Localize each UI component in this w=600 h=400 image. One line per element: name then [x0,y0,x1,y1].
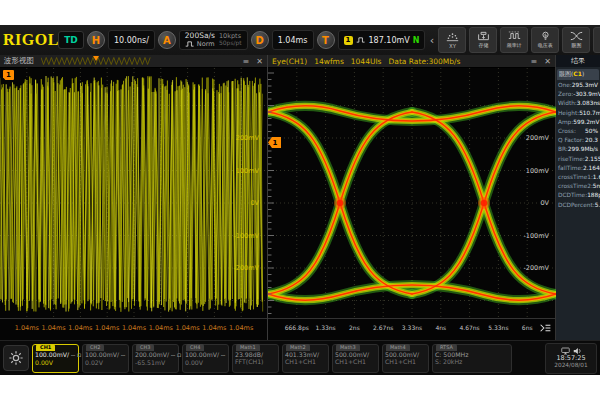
measurement-row: Height:510.7mV [556,109,600,118]
eye-menu-icon[interactable]: ≡ [531,57,538,66]
waveform-view-titlebar: 波形视图 ≡ ✕ [0,55,267,68]
eye-title: Eye(CH1) [272,57,307,66]
trigger-edge-flag: N [413,36,420,45]
horizontal-scale-value[interactable]: 10.00ns/ [108,30,155,50]
measurement-row: Q Factor:20.3 [556,136,600,145]
eye-y-label: -200mV [523,264,549,272]
trigger-source-badge: 1 [344,36,353,45]
measurement-row: BR:299.9Mb/s [556,145,600,154]
menu-button-decode[interactable]: 解码 [593,27,600,53]
channel-status-bar: CH1100.00mV/ ⎓ Ω0.00VCH2100.00mV/ ⎓0.02V… [0,340,600,375]
channel-box-math4[interactable]: Math4500.00mV/ CH1+CH1 [382,344,429,373]
eye-axis-menu-button[interactable] [539,323,552,333]
eye-close-icon[interactable]: ✕ [544,57,551,66]
rigol-logo: RIGOL [3,31,55,49]
waveform-y-label: 200mV [236,134,259,142]
channel-box-math1[interactable]: Math123.98dB/ FFT(CH1) [232,344,279,373]
eye-y-label: -100mV [523,232,549,240]
delay-knob[interactable]: D [251,31,269,49]
eye-x-label: 5.33ns [488,324,508,331]
channel-box-math2[interactable]: Math2401.33mV/ CH1+CH1 [282,344,329,373]
channel-box-ch2[interactable]: CH2100.00mV/ ⎓0.02V [82,344,129,373]
trigger-settings[interactable]: 1 187.10mV N [338,30,426,50]
menu-button-storage[interactable]: 存储 [469,27,497,53]
counter-icon [508,31,521,41]
settings-button[interactable] [3,345,29,371]
acquire-mode: Norm [197,41,215,48]
results-title: 结果 [556,55,600,67]
channel-box-ch3[interactable]: CH3200.00mV/ ⎓ Ω-65.51mV [132,344,179,373]
channel1-marker[interactable]: 1 [3,70,14,80]
channel-box-ch4[interactable]: CH4100.00mV/ ⎓0.00V [182,344,229,373]
eye-waveform-count: 14wfms [314,57,344,66]
system-status-box[interactable]: 18:57:25 2024/08/01 [545,343,597,374]
results-panel: 结果 眼图(C1) One:295.3mVZero:-303.9mVWidth:… [556,55,600,340]
main-area: 波形视图 ≡ ✕ 1 200mV100mV0V-100mV-200mV [0,55,600,340]
measurement-row: fallTime:2.164ns [556,164,600,173]
voltmeter-icon [539,31,552,41]
eye-plot[interactable]: 1 200mV100mV0V-100mV-200mV [268,68,555,318]
channel-box-rtsa[interactable]: RTSAC: 500MHz S: 20kHz [432,344,512,373]
waveform-menu-icon[interactable]: ≡ [243,57,250,66]
acquire-knob[interactable]: A [158,31,176,49]
waveform-y-label: 100mV [236,167,259,175]
waveform-x-axis: 1.04ms1.04ms1.04ms1.04ms1.04ms1.04ms1.04… [0,318,267,340]
waveform-y-label: 0V [250,199,259,207]
channel-box-ch1[interactable]: CH1100.00mV/ ⎓ Ω0.00V [32,344,79,373]
trigger-level-marker[interactable]: 1 [268,137,281,148]
trigger-type-icon [356,36,366,44]
trigger-level-value: 187.10mV [369,36,410,45]
eye-x-label: 4ns [435,324,446,331]
storage-icon [477,31,490,41]
trigger-knob[interactable]: T [317,31,335,49]
trigger-status-badge: TD [58,31,84,49]
eye-diagram-window: Eye(CH1) 14wfms 1044UIs Data Rate:300Mb/… [268,55,556,340]
menu-button-xy[interactable]: XY [438,27,466,53]
xy-icon [446,32,459,42]
eye-x-axis: 666.8ps1.33ns2ns2.67ns3.33ns4ns4.67ns5.3… [268,318,555,340]
eye-ui-count: 1044UIs [351,57,382,66]
waveform-plot[interactable]: 1 200mV100mV0V-100mV-200mV [0,68,267,318]
toolbar-scroll-left[interactable]: ‹ [428,34,435,47]
waveform-x-label: 1.04ms [15,324,39,332]
measurement-row: Zero:-303.9mV [556,90,600,99]
horizontal-knob[interactable]: H [87,31,105,49]
measurement-row: Width:3.083ns [556,99,600,108]
measurement-row: crossTime1:1.66ns [556,173,600,182]
eye-x-label: 1.33ns [315,324,335,331]
measurement-row: One:295.3mV [556,81,600,90]
eye-icon [570,31,583,41]
screenshot-frame: RIGOL TD H 10.00ns/ A 200Sa/s Norm 10kpt… [0,0,600,400]
top-toolbar: RIGOL TD H 10.00ns/ A 200Sa/s Norm 10kpt… [0,25,600,55]
waveform-y-label: -200mV [233,264,259,272]
results-tab-eye-c1[interactable]: 眼图(C1) [557,69,599,80]
waveform-x-label: 1.04ms [149,324,173,332]
eye-y-label: 0V [540,199,549,207]
eye-x-label: 2ns [349,324,360,331]
menu-button-eye[interactable]: 眼图 [562,27,590,53]
eye-x-label: 2.67ns [373,324,393,331]
waveform-x-label: 1.04ms [68,324,92,332]
acquire-settings[interactable]: 200Sa/s Norm 10kpts 50ps/pt [179,30,248,50]
waveform-preview [41,56,151,66]
measurement-list: One:295.3mVZero:-303.9mVWidth:3.083nsHei… [556,81,600,210]
measurement-row: Cross:50% [556,127,600,136]
eye-titlebar: Eye(CH1) 14wfms 1044UIs Data Rate:300Mb/… [268,55,555,68]
eye-data-rate: Data Rate:300Mb/s [389,57,461,66]
sample-resolution: 50ps/pt [219,40,242,47]
waveform-x-label: 1.04ms [122,324,146,332]
gear-icon [8,350,24,366]
system-date: 2024/08/01 [554,362,587,369]
waveform-y-label: -100mV [233,232,259,240]
menu-button-counter[interactable]: 频率计 [500,27,528,53]
eye-x-label: 6ns [522,324,533,331]
waveform-close-icon[interactable]: ✕ [256,57,263,66]
channel-box-math3[interactable]: Math3500.00mV/ CH1+CH1 [332,344,379,373]
measurement-row: crossTime2:5ns [556,182,600,191]
menu-button-voltmeter[interactable]: 电压表 [531,27,559,53]
pulse-icon [185,40,195,48]
delay-value[interactable]: 1.04ms [272,30,314,50]
measurement-row: DCDPercent:5.6% [556,201,600,210]
toolbar-menu: XY存储频率计电压表眼图解码波形录制 [438,27,600,53]
waveform-x-label: 1.04ms [175,324,199,332]
